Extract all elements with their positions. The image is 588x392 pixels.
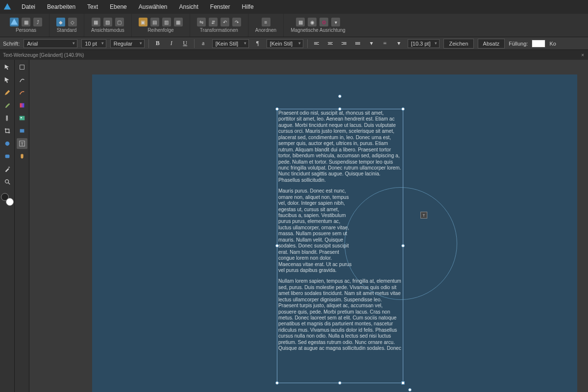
ribbon-label-reihenfolge: Reihenfolge <box>147 27 173 33</box>
vector-brush-tool[interactable] <box>17 87 27 98</box>
place-image-tool[interactable] <box>17 113 27 123</box>
handle-rotate[interactable] <box>338 95 342 98</box>
persona-pixel-icon[interactable]: ▦ <box>22 18 30 26</box>
node-tool[interactable] <box>2 74 13 85</box>
underline-button[interactable]: U <box>180 39 190 49</box>
character-panel-button[interactable]: Zeichen <box>443 39 473 49</box>
color-wells[interactable] <box>1 193 14 206</box>
parastyle-icon: ¶ <box>253 39 263 49</box>
rounded-rect-tool[interactable] <box>2 151 13 162</box>
defaults-revert-icon[interactable]: ◇ <box>68 18 77 26</box>
ribbon-standard: ◆ ◇ Standard <box>49 14 84 37</box>
page[interactable]: Praesent odio nisl, suscipit at, rhoncus… <box>92 74 577 392</box>
canvas[interactable]: Praesent odio nisl, suscipit at, rhoncus… <box>29 60 588 392</box>
zoom-tool[interactable] <box>2 176 13 187</box>
align-left-button[interactable] <box>312 39 321 49</box>
handle-tl[interactable] <box>275 107 279 111</box>
brush-tool[interactable] <box>2 100 13 111</box>
align-justify-button[interactable] <box>353 39 363 49</box>
order-forward-icon[interactable]: ▤ <box>150 18 159 26</box>
handle-flow-out[interactable] <box>408 388 412 392</box>
order-front-icon[interactable]: ▣ <box>139 18 147 26</box>
fill-swatch[interactable] <box>532 40 545 48</box>
font-weight-select[interactable]: Regular <box>110 39 145 48</box>
view-pixel-icon[interactable]: ▦ <box>92 18 100 26</box>
persona-export-icon[interactable]: ⤴ <box>33 18 42 26</box>
text-content[interactable]: Praesent odio nisl, suscipit at, rhoncus… <box>277 109 403 358</box>
menu-ebene[interactable]: Ebene <box>104 0 133 13</box>
order-back-icon[interactable]: ▦ <box>174 18 183 26</box>
ribbon-label-snapping: Magnetische Ausrichtung <box>291 27 345 33</box>
handle-br-overflow[interactable] <box>401 381 405 385</box>
bold-button[interactable]: B <box>153 39 163 49</box>
fill-tool[interactable] <box>2 113 13 123</box>
frame-text-tool[interactable]: T <box>17 138 27 149</box>
font-family-select[interactable]: Arial <box>24 39 77 48</box>
ribbon-label-anordnen: Anordnen <box>255 27 276 33</box>
order-backward-icon[interactable]: ▥ <box>162 18 171 26</box>
svg-rect-0 <box>6 116 8 120</box>
handle-ml[interactable] <box>275 244 279 247</box>
paragraph-panel-button[interactable]: Absatz <box>478 39 505 49</box>
align-right-button[interactable] <box>339 39 349 49</box>
ribbon-label-transform: Transformationen <box>200 27 238 33</box>
artboard-tool[interactable] <box>17 62 27 73</box>
charstyle-icon: a <box>198 39 208 49</box>
tools-left-col2: T <box>15 60 29 392</box>
flip-v-icon[interactable]: ⇵ <box>209 18 218 26</box>
context-toolbar: Schrift: Arial 10 pt Regular B I U a [Ke… <box>0 37 588 50</box>
char-style-select[interactable]: [Kein Stil] <box>212 39 249 48</box>
gradient-tool[interactable] <box>17 100 27 111</box>
menu-bearbeiten[interactable]: Bearbeiten <box>41 0 81 13</box>
snap-magnet-icon[interactable]: ⊙ <box>319 18 328 26</box>
align-center-button[interactable] <box>325 39 335 49</box>
snap-toggle-icon[interactable]: ◉ <box>308 18 317 26</box>
divider <box>148 39 149 48</box>
leading-more-button[interactable]: ▾ <box>394 39 404 49</box>
crop-tool[interactable] <box>2 125 13 136</box>
pen-tool[interactable] <box>17 74 27 85</box>
snap-dropdown-icon[interactable]: ▾ <box>331 18 340 26</box>
italic-button[interactable]: I <box>167 39 176 49</box>
align-icon[interactable]: ≡ <box>262 18 270 26</box>
handle-mr[interactable] <box>401 244 405 247</box>
snap-grid-icon[interactable]: ▦ <box>296 18 305 26</box>
svg-rect-5 <box>20 65 24 70</box>
handle-bm[interactable] <box>338 381 342 385</box>
tab-close-icon[interactable]: × <box>581 52 584 58</box>
rotate-cw-icon[interactable]: ↷ <box>232 18 241 26</box>
handle-bl[interactable] <box>275 381 279 385</box>
text-cursor-badge: T <box>420 212 427 219</box>
font-size-select[interactable]: 10 pt <box>81 39 106 48</box>
handle-tr[interactable] <box>401 107 405 111</box>
para-style-select[interactable]: [Kein Stil] <box>267 39 303 48</box>
menu-ansicht[interactable]: Ansicht <box>173 0 204 13</box>
text-frame[interactable]: Praesent odio nisl, suscipit at, rhoncus… <box>277 109 403 383</box>
divider <box>307 39 308 48</box>
leading-select[interactable]: [10.3 pt] <box>408 39 440 48</box>
rotate-ccw-icon[interactable]: ↶ <box>220 18 229 26</box>
menu-hilfe[interactable]: Hilfe <box>236 0 260 13</box>
flip-h-icon[interactable]: ⇋ <box>197 18 206 26</box>
pan-tool[interactable] <box>17 151 27 162</box>
ellipse-tool[interactable] <box>2 138 13 149</box>
align-more-button[interactable]: ▾ <box>367 39 376 49</box>
menu-datei[interactable]: Datei <box>16 0 41 13</box>
rectangle-tool[interactable] <box>17 125 27 136</box>
pencil-tool[interactable] <box>2 87 13 98</box>
persona-designer-icon[interactable] <box>10 18 19 26</box>
svg-rect-9 <box>20 129 24 133</box>
ribbon-label-standard: Standard <box>57 27 77 33</box>
view-outline-icon[interactable]: ▢ <box>115 18 124 26</box>
handle-tm[interactable] <box>338 107 342 111</box>
svg-point-4 <box>5 180 8 183</box>
fill-color-well[interactable] <box>6 198 14 206</box>
document-tab[interactable]: Text-Werkzeuge [Geändert] (140.9%) <box>3 52 84 58</box>
menu-auswaehlen[interactable]: Auswählen <box>133 0 173 13</box>
view-retina-icon[interactable]: ▨ <box>103 18 112 26</box>
menu-fenster[interactable]: Fenster <box>204 0 236 13</box>
color-picker-tool[interactable] <box>2 164 13 174</box>
defaults-sync-icon[interactable]: ◆ <box>56 18 65 26</box>
move-tool[interactable] <box>2 62 13 73</box>
menu-text[interactable]: Text <box>81 0 104 13</box>
